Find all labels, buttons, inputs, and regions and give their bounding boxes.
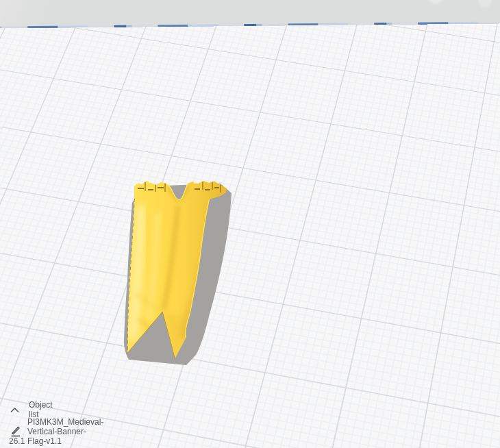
top-bar (0, 0, 500, 29)
object-list-item-name: PI3MK3M_Medieval-Vertical-Banner-Flag-v1… (27, 417, 103, 446)
slicer-3d-view: Object list PI3MK3M_Medieval-Vertical-Ba… (0, 0, 500, 448)
object-list-title: Object list (29, 400, 53, 419)
object-list-header[interactable]: Object list (10, 400, 53, 419)
model-banner-flag[interactable] (113, 175, 240, 373)
pencil-icon (10, 426, 21, 437)
chevron-up-icon (10, 407, 19, 413)
selection-dimensions: 26.1 x 62.4 x 3.7 mm (9, 436, 25, 448)
viewport-3d[interactable] (0, 0, 500, 448)
